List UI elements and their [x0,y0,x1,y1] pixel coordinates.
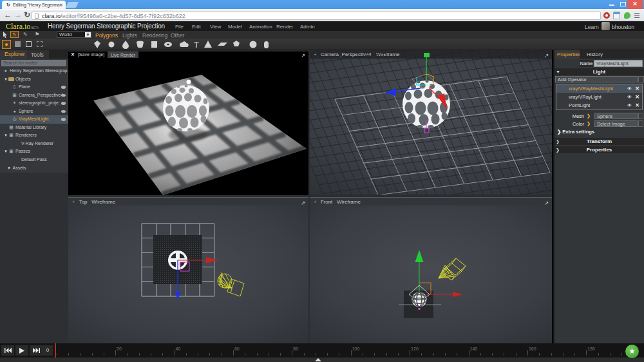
svg-text:T: T [194,40,199,50]
